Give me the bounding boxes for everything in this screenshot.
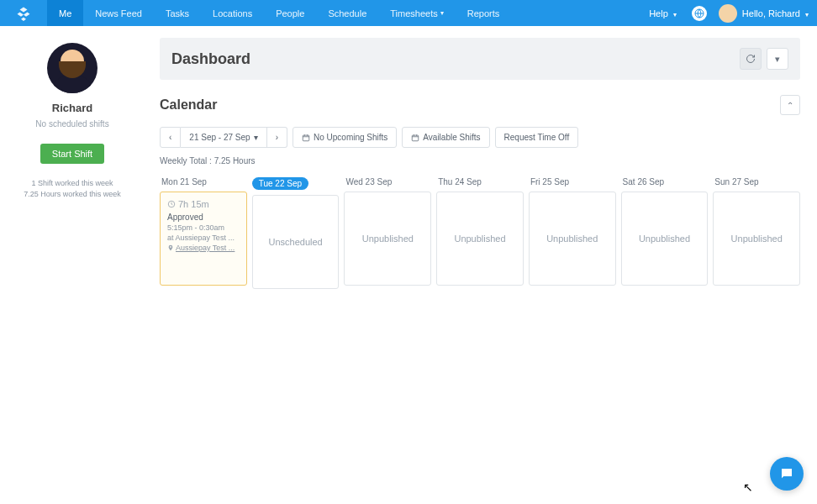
prev-week-button[interactable]: ‹ <box>160 127 181 148</box>
sidebar: Richard No scheduled shifts Start Shift … <box>0 26 145 306</box>
user-name: Richard <box>8 102 136 114</box>
globe-icon[interactable] <box>692 6 707 21</box>
calendar-icon <box>411 134 419 142</box>
nav-people[interactable]: People <box>264 0 316 26</box>
shift-status: Approved <box>167 213 240 222</box>
chevron-down-icon: ▾ <box>440 9 444 17</box>
calendar-title: Calendar <box>160 97 217 113</box>
day-column: Fri 25 Sep Unpublished <box>529 177 616 289</box>
chevron-down-icon: ▾ <box>254 133 258 142</box>
pin-icon <box>167 244 174 251</box>
nav-locations[interactable]: Locations <box>201 0 264 26</box>
start-shift-button[interactable]: Start Shift <box>40 144 104 164</box>
day-column: Sun 27 Sep Unpublished <box>713 177 800 289</box>
day-column: Thu 24 Sep Unpublished <box>436 177 524 289</box>
no-upcoming-button[interactable]: No Upcoming Shifts <box>293 127 397 148</box>
shift-card[interactable]: 7h 15m Approved 5:15pm - 0:30am at Aussi… <box>160 192 247 286</box>
nav-tasks[interactable]: Tasks <box>154 0 201 26</box>
day-label: Wed 23 Sep <box>344 177 431 186</box>
day-label: Sat 26 Sep <box>621 177 709 186</box>
hello-user[interactable]: Hello, Richard ▾ <box>742 8 809 18</box>
nav-me[interactable]: Me <box>47 0 83 26</box>
svg-rect-2 <box>413 135 419 141</box>
calendar-grid: Mon 21 Sep 7h 15m Approved 5:15pm - 0:30… <box>160 177 800 289</box>
chevron-up-icon: ⌃ <box>787 101 793 110</box>
main: Dashboard ▾ Calendar ⌃ ‹ 21 Sep - 27 Sep… <box>145 26 817 306</box>
no-shifts-text: No scheduled shifts <box>8 119 136 129</box>
shift-location: at Aussiepay Test ... <box>167 234 240 242</box>
day-label: Sun 27 Sep <box>713 177 800 186</box>
nav-reports[interactable]: Reports <box>456 0 512 26</box>
dashboard-header: Dashboard ▾ <box>160 38 800 80</box>
avatar[interactable] <box>719 4 737 23</box>
day-column: Sat 26 Sep Unpublished <box>621 177 709 289</box>
chevron-down-icon: ▾ <box>805 11 809 18</box>
calendar-header: Calendar ⌃ <box>160 95 800 115</box>
nav-news-feed[interactable]: News Feed <box>83 0 154 26</box>
help-link[interactable]: Help ▾ <box>640 8 685 18</box>
nav-schedule[interactable]: Schedule <box>316 0 378 26</box>
day-column: Mon 21 Sep 7h 15m Approved 5:15pm - 0:30… <box>160 177 247 289</box>
shift-location-link[interactable]: Aussiepay Test ... <box>167 244 240 252</box>
page-title: Dashboard <box>171 50 250 68</box>
day-column: Tue 22 Sep Unscheduled <box>252 177 340 289</box>
chevron-down-icon: ▾ <box>775 54 780 65</box>
avatar-large <box>47 43 98 93</box>
day-card[interactable]: Unpublished <box>436 192 524 286</box>
next-week-button[interactable]: › <box>267 127 287 148</box>
day-label-active: Tue 22 Sep <box>252 177 308 190</box>
stat-shifts: 1 Shift worked this week <box>8 179 136 187</box>
clock-icon <box>167 200 176 208</box>
more-button[interactable]: ▾ <box>767 48 788 70</box>
day-label: Mon 21 Sep <box>160 177 247 186</box>
svg-rect-1 <box>303 135 309 141</box>
shift-time: 5:15pm - 0:30am <box>167 223 240 232</box>
topbar: Me News Feed Tasks Locations People Sche… <box>0 0 817 26</box>
day-card[interactable]: Unscheduled <box>252 195 340 289</box>
day-card[interactable]: Unpublished <box>621 192 709 286</box>
day-column: Wed 23 Sep Unpublished <box>344 177 431 289</box>
shift-duration: 7h 15m <box>167 199 240 209</box>
stat-hours: 7.25 Hours worked this week <box>8 190 136 198</box>
calendar-toolbar: ‹ 21 Sep - 27 Sep ▾ › No Upcoming Shifts… <box>160 127 800 148</box>
collapse-button[interactable]: ⌃ <box>780 95 800 115</box>
day-label: Fri 25 Sep <box>529 177 616 186</box>
refresh-button[interactable] <box>740 48 762 70</box>
app-logo[interactable] <box>0 0 47 26</box>
day-card[interactable]: Unpublished <box>529 192 616 286</box>
day-card[interactable]: Unpublished <box>344 192 431 286</box>
day-label: Thu 24 Sep <box>436 177 524 186</box>
chevron-left-icon: ‹ <box>169 133 171 142</box>
calendar-icon <box>302 134 310 142</box>
weekly-total: Weekly Total : 7.25 Hours <box>160 156 800 165</box>
chevron-down-icon: ▾ <box>673 11 677 18</box>
available-shifts-button[interactable]: Available Shifts <box>402 127 489 148</box>
chevron-right-icon: › <box>276 133 278 142</box>
date-range-button[interactable]: 21 Sep - 27 Sep ▾ <box>181 127 266 148</box>
day-card[interactable]: Unpublished <box>713 192 800 286</box>
topbar-right: Help ▾ Hello, Richard ▾ <box>640 4 817 23</box>
request-time-off-button[interactable]: Request Time Off <box>495 127 579 148</box>
nav-timesheets[interactable]: Timesheets▾ <box>378 0 455 26</box>
